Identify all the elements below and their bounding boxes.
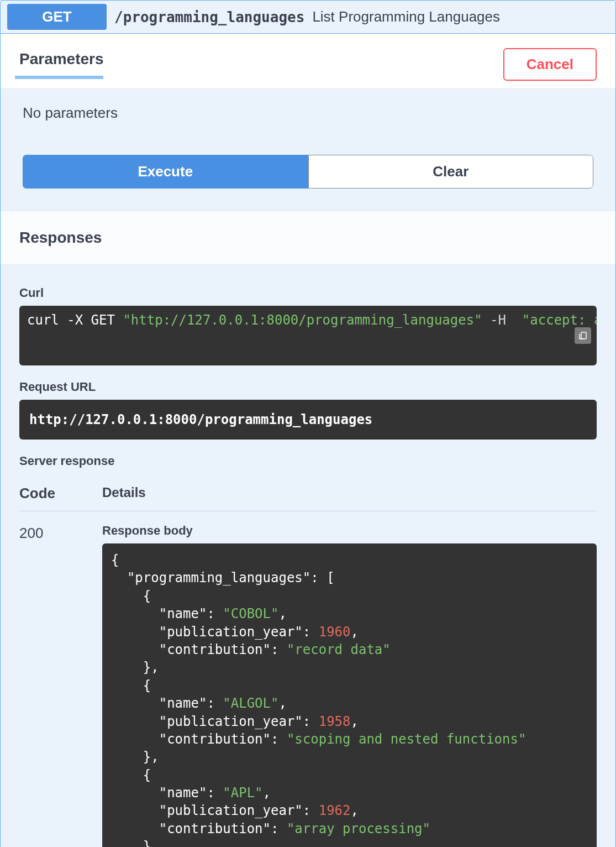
parameters-title: Parameters	[19, 50, 104, 79]
status-code: 200	[19, 524, 102, 542]
responses-heading: Responses	[1, 211, 615, 265]
parameters-header: Parameters Cancel	[1, 34, 615, 89]
svg-rect-0	[581, 332, 586, 339]
opblock-summary[interactable]: GET /programming_languages List Programm…	[1, 1, 615, 34]
code-column-heading: Code	[19, 485, 102, 502]
response-row: 200 Response body { "programming_languag…	[19, 524, 597, 847]
response-body-block: { "programming_languages": [ { "name": "…	[102, 543, 597, 847]
request-url-heading: Request URL	[19, 380, 597, 394]
endpoint-path: /programming_languages	[114, 9, 304, 25]
response-body-heading: Response body	[102, 524, 597, 538]
parameters-body: No parameters Execute Clear	[1, 89, 615, 211]
clear-button[interactable]: Clear	[308, 155, 594, 189]
copy-icon[interactable]	[575, 327, 591, 344]
details-column-heading: Details	[102, 485, 146, 502]
cancel-button[interactable]: Cancel	[503, 48, 597, 81]
response-details: Response body { "programming_languages":…	[102, 524, 597, 847]
server-response-heading: Server response	[19, 454, 597, 468]
no-parameters-text: No parameters	[23, 104, 593, 122]
endpoint-summary: List Programming Languages	[312, 8, 500, 25]
request-url-block: http://127.0.0.1:8000/programming_langua…	[19, 400, 597, 440]
curl-heading: Curl	[19, 286, 597, 300]
curl-flag: -H	[482, 312, 522, 328]
curl-url: "http://127.0.0.1:8000/programming_langu…	[123, 312, 482, 328]
curl-command-block: curl -X GET "http://127.0.0.1:8000/progr…	[19, 306, 597, 365]
action-button-row: Execute Clear	[23, 155, 593, 189]
curl-header: "accept: applicat	[522, 312, 597, 328]
responses-body: Curl curl -X GET "http://127.0.0.1:8000/…	[1, 265, 615, 847]
response-table-header: Code Details	[19, 485, 597, 511]
opblock-get: GET /programming_languages List Programm…	[0, 0, 616, 847]
method-badge: GET	[7, 4, 107, 30]
execute-button[interactable]: Execute	[23, 155, 308, 189]
curl-prefix: curl -X GET	[27, 312, 123, 328]
